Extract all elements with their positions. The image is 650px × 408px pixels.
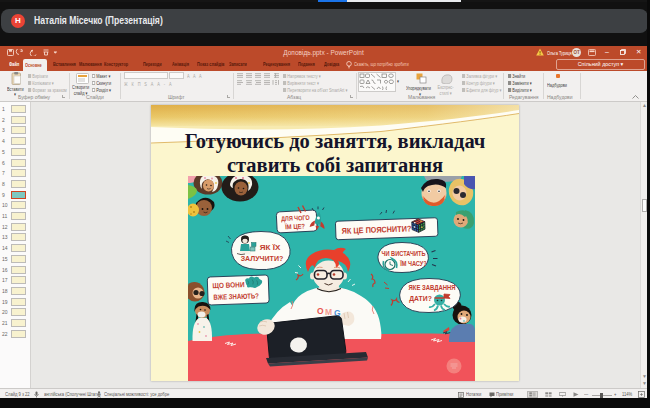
svg-text:ЩО ВОНИ: ЩО ВОНИ	[212, 280, 244, 290]
svg-text:ЇМ ЧАСУ?: ЇМ ЧАСУ?	[399, 260, 426, 267]
svg-text:M: M	[325, 307, 332, 317]
svg-text:ЗАЛУЧИТИ?: ЗАЛУЧИТИ?	[241, 254, 284, 263]
svg-text:ЯКЕ ЗАВДАННЯ: ЯКЕ ЗАВДАННЯ	[409, 284, 456, 292]
svg-text:ЯК ЇХ: ЯК ЇХ	[260, 243, 281, 252]
svg-text:ВЖЕ ЗНАЮТЬ?: ВЖЕ ЗНАЮТЬ?	[213, 291, 259, 302]
svg-text:ДАТИ?: ДАТИ?	[409, 295, 432, 303]
svg-text:O: O	[317, 306, 324, 316]
svg-text:ЧИ ВИСТАЧИТЬ: ЧИ ВИСТАЧИТЬ	[382, 250, 426, 257]
